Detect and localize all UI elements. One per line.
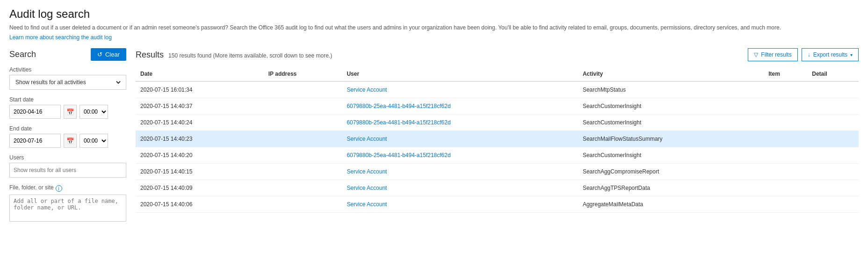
table-row[interactable]: 2020-07-15 14:40:09Service AccountSearch… — [136, 180, 859, 196]
col-item: Item — [764, 67, 807, 81]
cell-activity: SearchAggCompromiseReport — [578, 164, 764, 180]
file-input[interactable] — [9, 195, 126, 222]
start-date-field-group: Start date 📅 00:00 — [9, 96, 126, 119]
filter-results-button[interactable]: ▽ Filter results — [748, 48, 797, 61]
end-date-field-group: End date 📅 00:00 — [9, 125, 126, 148]
results-table: Date IP address User Activity Item Detai… — [136, 67, 859, 213]
cell-detail — [807, 115, 859, 131]
page-title: Audit log search — [9, 7, 859, 21]
cell-activity: SearchCustomerInsight — [578, 98, 764, 115]
user-link[interactable]: Service Account — [347, 168, 387, 175]
end-time-select[interactable]: 00:00 — [80, 134, 108, 148]
cell-date: 2020-07-15 14:40:06 — [136, 196, 264, 213]
page-description: Need to find out if a user deleted a doc… — [9, 23, 859, 32]
refresh-icon: ↺ — [97, 51, 102, 58]
cell-detail — [807, 131, 859, 147]
activities-dropdown[interactable]: Show results for all activities — [9, 75, 126, 90]
table-row[interactable]: 2020-07-15 14:40:206079880b-25ea-4481-b4… — [136, 147, 859, 164]
end-date-label: End date — [9, 125, 126, 132]
table-row[interactable]: 2020-07-15 14:40:376079880b-25ea-4481-b4… — [136, 98, 859, 115]
cell-detail — [807, 196, 859, 213]
table-row[interactable]: 2020-07-15 14:40:246079880b-25ea-4481-b4… — [136, 115, 859, 131]
learn-more-link[interactable]: Learn more about searching the audit log — [9, 34, 112, 41]
cell-detail — [807, 81, 859, 98]
start-date-label: Start date — [9, 96, 126, 103]
cell-activity: SearchCustomerInsight — [578, 147, 764, 164]
end-date-row: 📅 00:00 — [9, 134, 126, 148]
start-date-input[interactable] — [9, 105, 61, 119]
cell-user[interactable]: Service Account — [342, 131, 578, 147]
col-detail: Detail — [807, 67, 859, 81]
info-icon[interactable]: i — [56, 185, 62, 192]
user-link[interactable]: Service Account — [347, 136, 387, 142]
cell-user[interactable]: Service Account — [342, 180, 578, 196]
table-header-row: Date IP address User Activity Item Detai… — [136, 67, 859, 81]
start-date-calendar-button[interactable]: 📅 — [64, 105, 77, 119]
cell-activity: AggregateMailMetaData — [578, 196, 764, 213]
export-icon: ↓ — [808, 51, 810, 58]
activities-select[interactable]: Show results for all activities — [14, 79, 122, 86]
user-link[interactable]: Service Account — [347, 201, 387, 208]
cell-user[interactable]: 6079880b-25ea-4481-b494-a15f218cf62d — [342, 115, 578, 131]
user-link[interactable]: 6079880b-25ea-4481-b494-a15f218cf62d — [347, 103, 450, 109]
export-label: Export results — [813, 51, 847, 58]
page-container: Audit log search Need to find out if a u… — [0, 0, 868, 237]
results-scroll-area[interactable]: Date IP address User Activity Item Detai… — [136, 67, 859, 213]
results-title: Results — [136, 50, 164, 60]
col-user: User — [342, 67, 578, 81]
end-date-input[interactable] — [9, 134, 61, 148]
calendar-icon: 📅 — [66, 137, 74, 144]
cell-user[interactable]: 6079880b-25ea-4481-b494-a15f218cf62d — [342, 147, 578, 164]
cell-item — [764, 81, 807, 98]
clear-button[interactable]: ↺ Clear — [91, 48, 126, 61]
search-title: Search — [9, 50, 36, 59]
col-activity: Activity — [578, 67, 764, 81]
table-row[interactable]: 2020-07-15 16:01:34Service AccountSearch… — [136, 81, 859, 98]
main-layout: Search ↺ Clear Activities Show results f… — [9, 48, 859, 230]
activities-label: Activities — [9, 66, 126, 73]
user-link[interactable]: 6079880b-25ea-4481-b494-a15f218cf62d — [347, 152, 450, 159]
cell-activity: SearchCustomerInsight — [578, 115, 764, 131]
search-header: Search ↺ Clear — [9, 48, 126, 61]
table-row[interactable]: 2020-07-15 14:40:23Service AccountSearch… — [136, 131, 859, 147]
user-link[interactable]: Service Account — [347, 185, 387, 191]
cell-ip — [264, 147, 342, 164]
cell-detail — [807, 164, 859, 180]
cell-item — [764, 131, 807, 147]
results-body: 2020-07-15 16:01:34Service AccountSearch… — [136, 81, 859, 213]
cell-ip — [264, 81, 342, 98]
file-label-row: File, folder, or site i — [9, 184, 126, 193]
start-time-select[interactable]: 00:00 — [80, 105, 108, 119]
table-row[interactable]: 2020-07-15 14:40:15Service AccountSearch… — [136, 164, 859, 180]
cell-detail — [807, 147, 859, 164]
cell-date: 2020-07-15 16:01:34 — [136, 81, 264, 98]
activities-field-group: Activities Show results for all activiti… — [9, 66, 126, 90]
cell-item — [764, 147, 807, 164]
cell-item — [764, 196, 807, 213]
end-date-calendar-button[interactable]: 📅 — [64, 134, 77, 148]
users-label: Users — [9, 154, 126, 161]
results-panel: Results 150 results found (More items av… — [136, 48, 859, 230]
export-results-button[interactable]: ↓ Export results ▾ — [802, 48, 859, 61]
cell-date: 2020-07-15 14:40:23 — [136, 131, 264, 147]
table-header: Date IP address User Activity Item Detai… — [136, 67, 859, 81]
col-ip: IP address — [264, 67, 342, 81]
results-actions: ▽ Filter results ↓ Export results ▾ — [748, 48, 859, 61]
clear-label: Clear — [105, 51, 120, 58]
cell-user[interactable]: Service Account — [342, 164, 578, 180]
file-label: File, folder, or site — [9, 184, 54, 191]
users-input[interactable] — [9, 163, 126, 178]
cell-user[interactable]: 6079880b-25ea-4481-b494-a15f218cf62d — [342, 98, 578, 115]
cell-item — [764, 115, 807, 131]
cell-detail — [807, 98, 859, 115]
cell-date: 2020-07-15 14:40:24 — [136, 115, 264, 131]
cell-date: 2020-07-15 14:40:20 — [136, 147, 264, 164]
user-link[interactable]: Service Account — [347, 87, 387, 93]
filter-label: Filter results — [761, 51, 791, 58]
user-link[interactable]: 6079880b-25ea-4481-b494-a15f218cf62d — [347, 119, 450, 126]
results-count: 150 results found (More items available,… — [168, 52, 332, 59]
cell-user[interactable]: Service Account — [342, 196, 578, 213]
cell-user[interactable]: Service Account — [342, 81, 578, 98]
cell-ip — [264, 131, 342, 147]
table-row[interactable]: 2020-07-15 14:40:06Service AccountAggreg… — [136, 196, 859, 213]
